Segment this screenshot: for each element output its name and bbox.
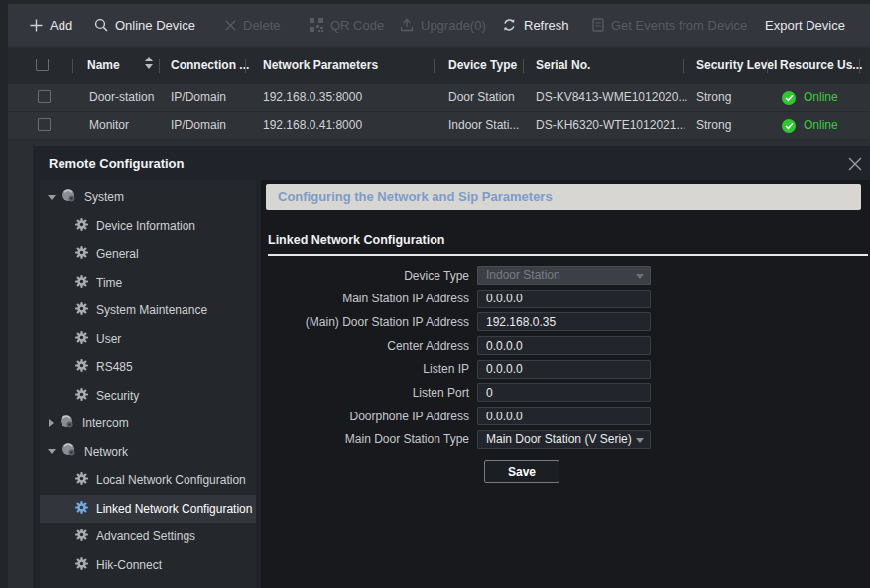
door-station-ip-field[interactable]: [477, 312, 651, 331]
delete-device-button[interactable]: Delete: [225, 4, 281, 46]
gear-icon: [75, 471, 88, 489]
field-label: Center Address: [266, 339, 477, 353]
center-address-field[interactable]: [477, 336, 651, 355]
tree-item-user[interactable]: User: [40, 325, 256, 353]
tree-item-linked-network-configuration[interactable]: Linked Network Configuration: [40, 495, 256, 523]
listen-ip-field[interactable]: [477, 360, 651, 379]
select-all-checkbox[interactable]: [36, 59, 49, 71]
column-divider: [245, 59, 246, 73]
main-station-ip-field[interactable]: [477, 290, 651, 308]
column-divider: [859, 59, 860, 73]
system-globe-icon: [62, 188, 76, 207]
tree-item-device-information[interactable]: Device Information: [40, 212, 256, 240]
device-toolbar: Add Online Device Delete QR Code Upgrade…: [8, 4, 870, 46]
field-label: Doorphone IP Address: [266, 410, 477, 423]
gear-icon: [75, 358, 88, 376]
column-divider: [683, 59, 684, 73]
field-label: Device Type: [266, 269, 477, 283]
config-content-panel: Configuring the Network and Sip Paramete…: [261, 180, 870, 588]
search-icon: [94, 18, 108, 32]
gear-icon: [75, 330, 88, 348]
toolbar-label: Upgrade(0): [421, 18, 486, 33]
form-row: Doorphone IP Address: [266, 407, 866, 425]
tree-item-local-network-configuration[interactable]: Local Network Configuration: [40, 466, 256, 494]
intercom-globe-icon: [60, 414, 74, 433]
cell-serial: DS-KH6320-WTE1012021...: [536, 112, 685, 139]
tree-item-rs485[interactable]: RS485: [40, 353, 256, 381]
row-checkbox[interactable]: [38, 118, 51, 131]
column-divider: [72, 59, 73, 73]
cell-resource: Online: [782, 112, 838, 139]
tree-item-general[interactable]: General: [40, 240, 256, 268]
form-row: Center Address: [266, 336, 866, 355]
tree-item-time[interactable]: Time: [40, 269, 256, 296]
sort-icon[interactable]: [145, 57, 153, 69]
cell-device-type: Door Station: [448, 84, 515, 111]
upgrade-button[interactable]: Upgrade(0): [400, 4, 486, 46]
get-events-button[interactable]: Get Events from Device: [592, 4, 747, 46]
toolbar-label: Get Events from Device: [611, 18, 747, 33]
form-row: Listen Port: [266, 383, 866, 402]
column-header-serial[interactable]: Serial No.: [536, 48, 590, 84]
network-globe-icon: [62, 442, 76, 461]
document-icon: [592, 18, 604, 32]
remote-configuration-dialog: Remote Configuration System Device Infor…: [33, 146, 870, 588]
field-label: Listen Port: [266, 386, 477, 400]
tree-item-hik-connect[interactable]: Hik-Connect: [40, 551, 256, 579]
plus-icon: [30, 19, 43, 32]
export-device-button[interactable]: Export Device: [765, 4, 845, 46]
chevron-down-icon: [48, 449, 56, 454]
tree-item-system-maintenance[interactable]: System Maintenance: [40, 296, 256, 324]
cell-name: Door-station: [89, 84, 154, 111]
tree-item-advanced-settings[interactable]: Advanced Settings: [40, 523, 256, 550]
table-row[interactable]: Door-station IP/Domain 192.168.0.35:8000…: [8, 84, 870, 111]
toolbar-label: Add: [50, 18, 72, 33]
chevron-down-icon: [636, 274, 644, 279]
online-check-icon: [782, 91, 796, 105]
column-header-network[interactable]: Network Parameters: [263, 48, 378, 84]
device-table-header: Name Connection ... Network Parameters D…: [8, 48, 870, 84]
section-title: Linked Network Configuration: [268, 233, 444, 247]
toolbar-label: Refresh: [524, 18, 569, 33]
cell-network: 192.168.0.35:8000: [263, 84, 362, 111]
table-row[interactable]: Monitor IP/Domain 192.168.0.41:8000 Indo…: [8, 112, 870, 139]
column-divider: [767, 59, 768, 73]
device-type-select: Indoor Station: [477, 266, 651, 285]
column-header-resource[interactable]: Resource Us...: [780, 48, 862, 84]
column-header-security[interactable]: Security Level: [696, 48, 777, 84]
qr-code-button[interactable]: QR Code: [310, 4, 384, 46]
tree-item-security[interactable]: Security: [40, 382, 256, 410]
cell-resource: Online: [782, 84, 838, 111]
refresh-button[interactable]: Refresh: [502, 4, 569, 46]
tree-group-intercom[interactable]: Intercom: [40, 410, 256, 437]
close-icon[interactable]: [846, 155, 864, 173]
form-row: (Main) Door Station IP Address: [266, 312, 866, 331]
chevron-down-icon: [636, 438, 644, 443]
gear-icon: [75, 500, 88, 518]
qr-code-icon: [310, 18, 323, 32]
refresh-icon: [502, 18, 517, 32]
cell-security: Strong: [696, 112, 731, 139]
field-label: Listen IP: [266, 362, 477, 376]
row-checkbox[interactable]: [38, 90, 51, 103]
doorphone-ip-field[interactable]: [477, 407, 651, 425]
cell-network: 192.168.0.41:8000: [263, 112, 362, 139]
config-banner: Configuring the Network and Sip Paramete…: [266, 184, 861, 210]
listen-port-field[interactable]: [477, 383, 651, 402]
cell-connection: IP/Domain: [171, 84, 226, 111]
online-device-button[interactable]: Online Device: [94, 4, 195, 46]
field-label: (Main) Door Station IP Address: [266, 315, 477, 329]
column-header-device-type[interactable]: Device Type: [448, 48, 517, 84]
section-divider: [268, 254, 868, 256]
column-divider: [159, 59, 160, 73]
tree-group-network[interactable]: Network: [40, 438, 256, 466]
form-row: Listen IP: [266, 360, 866, 379]
toolbar-label: Online Device: [115, 18, 195, 33]
column-header-name[interactable]: Name: [87, 48, 120, 84]
column-header-connection[interactable]: Connection ...: [171, 48, 249, 84]
add-device-button[interactable]: Add: [30, 4, 72, 46]
online-status-text: Online: [804, 84, 838, 111]
save-button[interactable]: Save: [484, 460, 559, 483]
tree-group-system[interactable]: System: [40, 183, 256, 211]
main-door-station-type-select[interactable]: Main Door Station (V Serie): [477, 430, 651, 449]
